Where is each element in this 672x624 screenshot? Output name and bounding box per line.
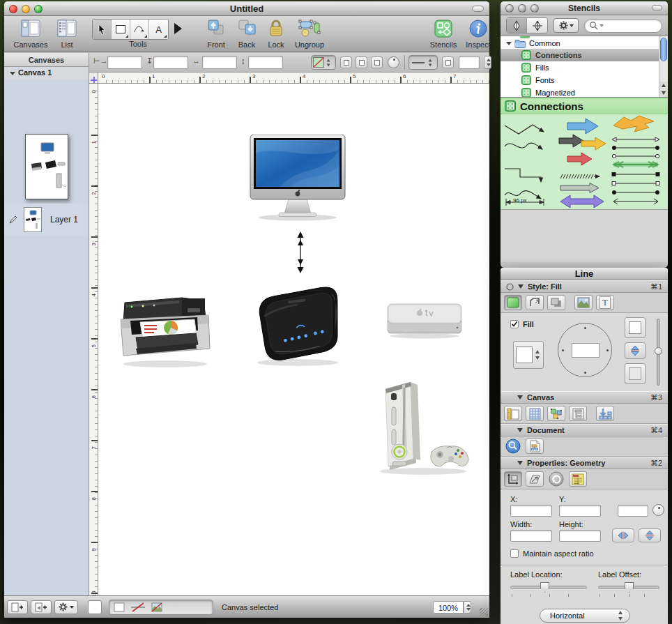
inspect-button[interactable]: Inspect [463, 19, 494, 49]
tools-expand-icon[interactable] [174, 23, 182, 34]
fill-style-well[interactable] [311, 55, 336, 70]
canvas-size-tab[interactable] [504, 406, 522, 421]
rotate-tab[interactable] [547, 471, 565, 487]
style-disclosure-icon[interactable] [518, 284, 524, 289]
style-section-header[interactable]: Style: Fill ⌘1 [501, 280, 668, 293]
width-input[interactable] [510, 530, 552, 542]
canvas-action-menu[interactable] [54, 600, 78, 614]
stroke-width-stepper[interactable] [484, 56, 491, 69]
shear-tab[interactable] [526, 471, 544, 487]
layer-1-row[interactable]: Layer 1 [4, 204, 89, 236]
vertical-arrow-shape[interactable] [296, 231, 305, 276]
text-tool[interactable]: A [149, 20, 168, 39]
alignment-tab[interactable] [547, 406, 565, 421]
stroke-style-tab[interactable] [526, 295, 544, 310]
stencil-item-fills[interactable]: Fills [501, 61, 668, 74]
label-location-thumb[interactable] [540, 582, 549, 593]
router-image[interactable] [245, 284, 351, 371]
stencils-titlebar[interactable]: Stencils [501, 1, 668, 15]
stencils-action-menu[interactable] [553, 18, 579, 33]
flip-vertical-button[interactable] [639, 528, 661, 542]
stencils-minimize-button[interactable] [518, 4, 526, 13]
zoom-control[interactable]: 100% [433, 601, 471, 614]
fill-opacity-thumb[interactable] [655, 347, 662, 355]
xbox-image[interactable] [374, 374, 472, 480]
canvas-section-header[interactable]: Canvas ⌘3 [501, 391, 668, 404]
image-style-tab[interactable] [574, 295, 593, 310]
stencils-toggle-button[interactable]: Stencils [427, 19, 460, 49]
fill-gradient-dial[interactable] [558, 323, 612, 377]
lock-button[interactable]: Lock [264, 19, 289, 49]
add-layer-button[interactable] [31, 600, 52, 614]
main-titlebar[interactable]: Untitled [4, 1, 489, 16]
toolbar-collapse-button[interactable] [472, 6, 484, 12]
shadow-option-2-button[interactable] [356, 56, 367, 68]
document-section-header[interactable]: Document ⌘4 [501, 424, 668, 436]
document-disclosure-icon[interactable] [517, 428, 523, 432]
gradient-color-2-button[interactable] [625, 363, 646, 384]
canvas-area[interactable] [98, 84, 489, 595]
folder-disclosure-icon[interactable] [506, 42, 512, 45]
rotation-input[interactable] [618, 505, 648, 517]
orientation-dropdown[interactable]: Horizontal [540, 609, 630, 623]
swap-gradient-colors-button[interactable] [625, 342, 646, 359]
label-offset-slider[interactable] [598, 586, 659, 589]
geometry-disclosure-icon[interactable] [517, 461, 523, 465]
shadow-style-tab[interactable] [547, 295, 565, 310]
stroke-color-well[interactable] [459, 56, 480, 69]
canvases-button[interactable]: Canvases [10, 19, 52, 49]
stencils-zoom-button[interactable] [530, 4, 539, 13]
back-button[interactable]: Back [233, 19, 261, 49]
fill-checkbox[interactable] [510, 320, 519, 328]
stroke-style-well[interactable] [408, 55, 438, 70]
stencils-collapse-button[interactable] [652, 5, 662, 10]
close-button[interactable] [9, 5, 17, 13]
maintain-aspect-checkbox[interactable] [510, 549, 519, 558]
line-endpoint-button[interactable] [442, 56, 454, 68]
text-style-tab[interactable]: T [596, 295, 614, 310]
style-tray[interactable] [109, 600, 213, 615]
stencil-item-fonts[interactable]: Fonts [501, 74, 668, 86]
height-input[interactable] [559, 530, 601, 542]
minimize-button[interactable] [22, 5, 30, 13]
canvas-1-thumbnail[interactable] [25, 134, 68, 199]
stencil-search-input[interactable] [584, 19, 662, 33]
collapse-circle-icon[interactable] [506, 283, 514, 291]
resize-grip-icon[interactable] [480, 608, 488, 616]
gradient-color-1-button[interactable] [625, 317, 646, 338]
scrollbar-arrows[interactable] [659, 82, 668, 97]
fill-swatch-button[interactable] [88, 600, 102, 614]
shape-tool[interactable] [112, 20, 130, 39]
stencil-item-connections[interactable]: Connections [501, 49, 668, 61]
canvas-1-row[interactable]: Canvas 1 [4, 67, 89, 79]
magnet-all-mode-button[interactable] [527, 18, 547, 33]
ungroup-button[interactable]: Ungroup [289, 19, 330, 49]
stencils-close-button[interactable] [505, 4, 514, 13]
grid-tab[interactable] [526, 406, 544, 421]
add-canvas-button[interactable] [7, 600, 28, 614]
x-position-field[interactable] [107, 56, 142, 69]
rotation-dial[interactable] [652, 504, 664, 516]
shadow-option-3-button[interactable] [371, 56, 383, 68]
disclosure-triangle-icon[interactable] [10, 72, 15, 75]
fill-opacity-slider[interactable] [657, 319, 660, 386]
label-location-slider[interactable] [510, 586, 587, 589]
stencil-item-magnetized[interactable]: Magnetized [501, 86, 668, 98]
front-button[interactable]: Front [201, 19, 231, 49]
canvas-disclosure-icon[interactable] [517, 395, 523, 399]
shadow-angle-dial[interactable] [388, 56, 399, 68]
y-input[interactable] [559, 505, 601, 517]
flip-horizontal-button[interactable] [612, 528, 634, 542]
zoom-stepper[interactable] [464, 601, 471, 614]
shadow-option-1-button[interactable] [340, 56, 352, 68]
fill-style-tab[interactable] [504, 295, 522, 310]
connections-stencil-preview[interactable]: 96 px [501, 114, 668, 209]
fill-color-well[interactable] [513, 341, 544, 369]
geometry-section-header[interactable]: Properties: Geometry ⌘2 [501, 457, 668, 469]
y-position-field[interactable] [153, 56, 188, 69]
selection-tool[interactable] [93, 20, 112, 39]
appletv-image[interactable] [385, 301, 464, 343]
height-field[interactable] [248, 56, 283, 69]
inspector-title[interactable]: Line [501, 268, 668, 280]
list-button[interactable]: List [53, 19, 81, 49]
